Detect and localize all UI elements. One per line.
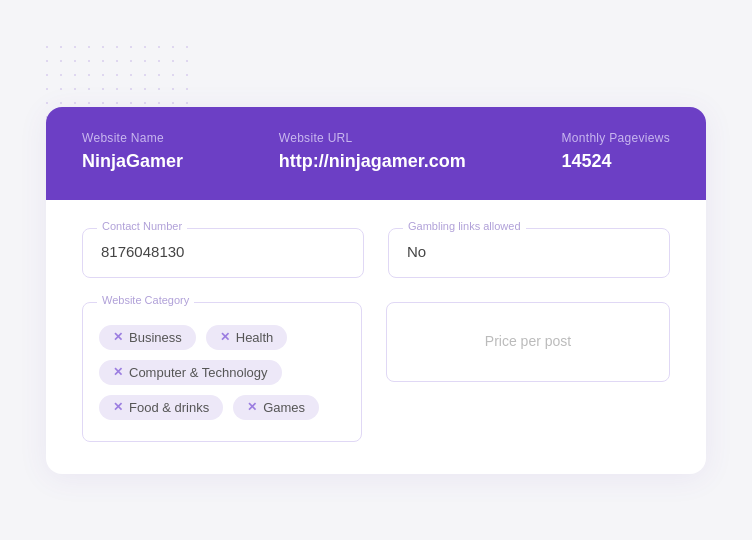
gambling-links-value: No [407,243,426,260]
tag-label-food-drinks: Food & drinks [129,400,209,415]
tag-food-drinks: ✕ Food & drinks [99,395,223,420]
price-per-post-box[interactable]: Price per post [386,302,670,382]
tag-close-food-drinks[interactable]: ✕ [113,401,123,413]
website-name-field: Website Name NinjaGamer [82,131,183,172]
main-card: Website Name NinjaGamer Website URL http… [46,107,706,474]
website-name-label: Website Name [82,131,183,145]
tag-close-computer-technology[interactable]: ✕ [113,366,123,378]
page-wrapper: Website Name NinjaGamer Website URL http… [20,20,732,540]
tag-label-games: Games [263,400,305,415]
monthly-pageviews-label: Monthly Pageviews [562,131,670,145]
row-contact-gambling: Contact Number 8176048130 Gambling links… [82,228,670,278]
gambling-links-label: Gambling links allowed [403,220,526,232]
website-url-value: http://ninjagamer.com [279,151,466,172]
website-url-label: Website URL [279,131,466,145]
contact-number-box: Contact Number 8176048130 [82,228,364,278]
tag-close-games[interactable]: ✕ [247,401,257,413]
tag-games: ✕ Games [233,395,319,420]
tag-close-health[interactable]: ✕ [220,331,230,343]
monthly-pageviews-value: 14524 [562,151,670,172]
website-name-value: NinjaGamer [82,151,183,172]
tag-close-business[interactable]: ✕ [113,331,123,343]
tag-label-health: Health [236,330,274,345]
monthly-pageviews-field: Monthly Pageviews 14524 [562,131,670,172]
tag-business: ✕ Business [99,325,196,350]
tag-label-computer-technology: Computer & Technology [129,365,268,380]
card-body: Contact Number 8176048130 Gambling links… [46,200,706,474]
gambling-links-box: Gambling links allowed No [388,228,670,278]
website-category-label: Website Category [97,294,194,306]
row-category-price: Website Category ✕ Business ✕ Health ✕ C [82,302,670,442]
contact-number-value: 8176048130 [101,243,184,260]
tag-computer-technology: ✕ Computer & Technology [99,360,282,385]
website-url-field: Website URL http://ninjagamer.com [279,131,466,172]
tags-container: ✕ Business ✕ Health ✕ Computer & Technol… [99,325,345,420]
tag-health: ✕ Health [206,325,288,350]
card-header: Website Name NinjaGamer Website URL http… [46,107,706,200]
price-per-post-placeholder: Price per post [485,333,571,349]
contact-number-label: Contact Number [97,220,187,232]
website-category-box: Website Category ✕ Business ✕ Health ✕ C [82,302,362,442]
tag-label-business: Business [129,330,182,345]
